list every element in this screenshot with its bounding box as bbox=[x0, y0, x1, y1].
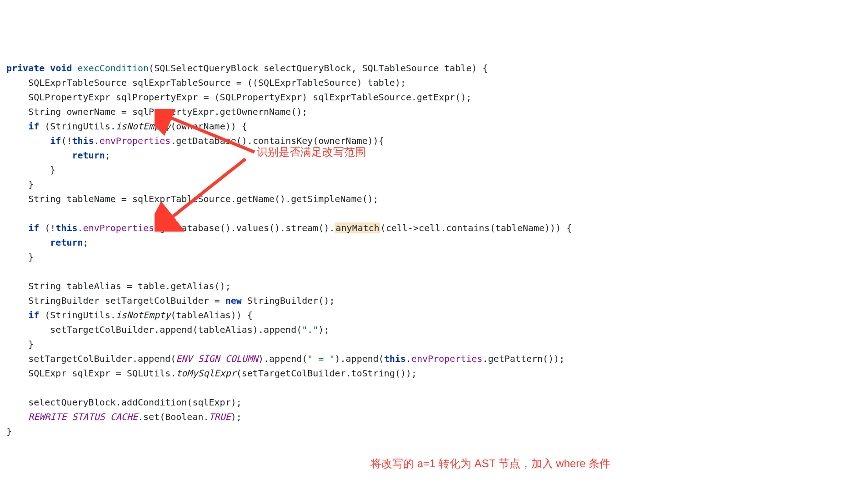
keyword-new: new bbox=[225, 295, 242, 306]
const-true: TRUE bbox=[209, 411, 231, 422]
line-10: String tableName = sqlExprTableSource.ge… bbox=[6, 193, 379, 204]
line-17b: StringBuilder(); bbox=[242, 295, 335, 306]
field-envProperties: envProperties bbox=[100, 135, 171, 146]
semicolon-2: ; bbox=[83, 237, 89, 248]
keyword-return-2: return bbox=[50, 237, 83, 248]
annotation-ast-node: 将改写的 a=1 转化为 AST 节点，加入 where 条件 bbox=[370, 455, 610, 472]
dot-3: . bbox=[406, 353, 411, 364]
method-isNotEmpty: isNotEmpty bbox=[116, 121, 170, 132]
const-rewrite-status-cache: REWRITE_STATUS_CACHE bbox=[28, 411, 138, 422]
line-12c: (cell->cell.contains(tableName))) { bbox=[380, 222, 572, 233]
const-env-sign-column: ENV_SIGN_COLUMN bbox=[176, 353, 258, 364]
keyword-private: private bbox=[6, 63, 45, 74]
line-21a: setTargetColBuilder.append( bbox=[6, 353, 176, 364]
line-19b: ); bbox=[318, 324, 329, 335]
line-24: selectQueryBlock.addCondition(sqlExpr); bbox=[6, 397, 242, 408]
line-19a: setTargetColBuilder.append(tableAlias).a… bbox=[6, 324, 302, 335]
line-21b: ).append( bbox=[258, 353, 307, 364]
line-16: String tableAlias = table.getAlias(); bbox=[6, 281, 231, 292]
code-block: private void execCondition(SQLSelectQuer… bbox=[6, 61, 853, 439]
keyword-this-2: this bbox=[55, 222, 77, 233]
method-name: execCondition bbox=[78, 63, 149, 74]
line-5a: (StringUtils. bbox=[39, 121, 116, 132]
line-21d: .getPattern()); bbox=[483, 353, 565, 364]
line-6a: (! bbox=[61, 135, 72, 146]
line-4: String ownerName = sqlPropertyExpr.getOw… bbox=[6, 106, 307, 117]
method-isNotEmpty-2: isNotEmpty bbox=[116, 310, 170, 321]
line-22a: SQLExpr sqlExpr = SQLUtils. bbox=[6, 368, 176, 379]
dot: . bbox=[94, 135, 100, 146]
close-brace-method: } bbox=[6, 426, 12, 437]
annotation-rewrite-scope: 识别是否满足改写范围 bbox=[257, 143, 366, 161]
line-5b: (ownerName)) { bbox=[170, 121, 247, 132]
keyword-if: if bbox=[28, 121, 39, 132]
close-brace-2: } bbox=[28, 179, 34, 190]
close-brace-4: } bbox=[28, 339, 34, 350]
line-25a: .set(Boolean. bbox=[138, 411, 209, 422]
keyword-if-4: if bbox=[28, 310, 39, 321]
string-eq: " = " bbox=[307, 353, 335, 364]
line-18a: (StringUtils. bbox=[39, 310, 116, 321]
keyword-this: this bbox=[72, 135, 94, 146]
line-21c: ).append( bbox=[335, 353, 384, 364]
field-envProperties-3: envProperties bbox=[411, 353, 483, 364]
semicolon: ; bbox=[105, 150, 110, 161]
keyword-void: void bbox=[50, 63, 72, 74]
line-17a: StringBuilder setTargetColBuilder = bbox=[6, 295, 225, 306]
close-brace-3: } bbox=[28, 252, 34, 262]
keyword-if-2: if bbox=[50, 135, 61, 146]
line-12b: .getDatabase().values().stream(). bbox=[154, 222, 335, 233]
line-25b: ); bbox=[231, 411, 242, 422]
keyword-if-3: if bbox=[28, 222, 39, 233]
field-envProperties-2: envProperties bbox=[83, 222, 155, 233]
keyword-this-3: this bbox=[384, 353, 406, 364]
line-12a: (! bbox=[39, 222, 55, 233]
method-toMySqlExpr: toMySqlExpr bbox=[176, 368, 236, 379]
signature: (SQLSelectQueryBlock selectQueryBlock, S… bbox=[149, 63, 488, 74]
dot-2: . bbox=[78, 222, 83, 233]
close-brace: } bbox=[50, 164, 55, 175]
string-dot: "." bbox=[302, 324, 318, 335]
line-3: SQLPropertyExpr sqlPropertyExpr = (SQLPr… bbox=[6, 92, 472, 103]
line-2: SQLExprTableSource sqlExprTableSource = … bbox=[6, 77, 406, 88]
line-18b: (tableAlias)) { bbox=[170, 310, 253, 321]
line-22b: (setTargetColBuilder.toString()); bbox=[236, 368, 417, 379]
highlighted-anyMatch: anyMatch bbox=[335, 222, 380, 233]
keyword-return: return bbox=[72, 150, 105, 161]
